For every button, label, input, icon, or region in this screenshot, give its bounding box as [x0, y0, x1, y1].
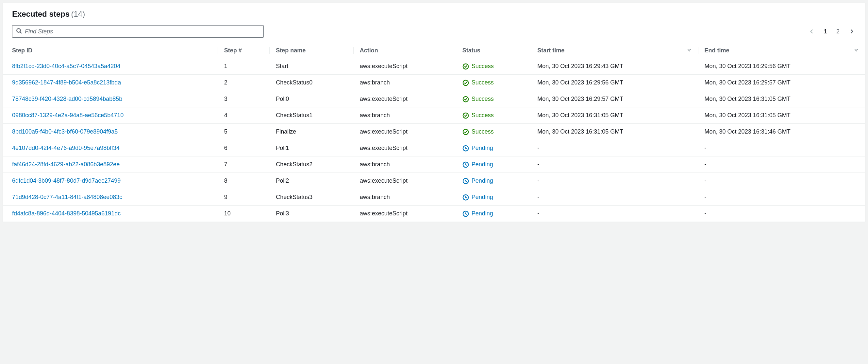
success-icon	[462, 63, 469, 70]
step-id-link[interactable]: 71d9d428-0c77-4a11-84f1-a84808ee083c	[12, 194, 122, 200]
status-text: Pending	[472, 194, 493, 201]
step-name: CheckStatus3	[269, 189, 353, 205]
status-badge: Pending	[462, 145, 524, 151]
start-time: Mon, 30 Oct 2023 16:29:57 GMT	[531, 91, 698, 107]
success-icon	[462, 80, 469, 86]
pending-icon	[462, 194, 469, 201]
step-name: CheckStatus1	[269, 107, 353, 124]
start-time: -	[531, 189, 698, 205]
end-time: Mon, 30 Oct 2023 16:29:57 GMT	[698, 75, 865, 91]
step-name: Start	[269, 58, 353, 75]
step-action: aws:branch	[353, 189, 456, 205]
step-id-link[interactable]: 6dfc1d04-3b09-48f7-80d7-d9d7aec27499	[12, 177, 121, 184]
col-start-time[interactable]: Start time	[531, 43, 698, 58]
step-action: aws:executeScript	[353, 91, 456, 107]
step-name: Poll0	[269, 91, 353, 107]
status-badge: Pending	[462, 177, 524, 184]
end-time: -	[698, 173, 865, 189]
status-text: Pending	[472, 145, 493, 151]
panel-title: Executed steps	[12, 9, 70, 18]
pagination: 1 2	[808, 27, 856, 36]
start-time: Mon, 30 Oct 2023 16:31:05 GMT	[531, 107, 698, 124]
step-action: aws:branch	[353, 157, 456, 173]
step-name: CheckStatus2	[269, 157, 353, 173]
table-row: 78748c39-f420-4328-ad00-cd5894bab85b 3 P…	[3, 91, 865, 107]
step-name: Poll2	[269, 173, 353, 189]
step-action: aws:branch	[353, 75, 456, 91]
end-time: -	[698, 157, 865, 173]
search-input[interactable]	[12, 25, 264, 38]
end-time: Mon, 30 Oct 2023 16:29:56 GMT	[698, 58, 865, 75]
step-id-link[interactable]: 8fb2f1cd-23d0-40c4-a5c7-04543a5a4204	[12, 63, 120, 69]
start-time: Mon, 30 Oct 2023 16:31:05 GMT	[531, 124, 698, 140]
step-num: 5	[218, 124, 270, 140]
col-status[interactable]: Status	[456, 43, 531, 58]
chevron-left-icon	[809, 28, 815, 34]
sort-icon	[854, 47, 859, 54]
step-num: 2	[218, 75, 270, 91]
pending-icon	[462, 178, 469, 184]
step-num: 10	[218, 205, 270, 222]
status-badge: Success	[462, 79, 524, 86]
panel-header: Executed steps (14)	[3, 3, 865, 23]
table-row: 6dfc1d04-3b09-48f7-80d7-d9d7aec27499 8 P…	[3, 173, 865, 189]
status-text: Success	[472, 128, 494, 135]
page-number-1[interactable]: 1	[823, 28, 829, 36]
svg-marker-3	[855, 49, 858, 51]
status-badge: Pending	[462, 161, 524, 168]
step-id-link[interactable]: 8bd100a5-f4b0-4fc3-bf60-079e8904f9a5	[12, 128, 118, 135]
step-id-link[interactable]: 78748c39-f420-4328-ad00-cd5894bab85b	[12, 95, 122, 102]
status-text: Pending	[472, 161, 493, 168]
sort-icon	[687, 47, 691, 54]
step-id-link[interactable]: 0980cc87-1329-4e2a-94a8-ae56ce5b4710	[12, 112, 124, 118]
status-text: Success	[472, 95, 494, 103]
status-text: Success	[472, 79, 494, 86]
status-badge: Success	[462, 112, 524, 119]
col-step-name[interactable]: Step name	[269, 43, 353, 58]
chevron-right-icon	[849, 28, 855, 34]
svg-marker-2	[688, 49, 690, 51]
status-badge: Success	[462, 95, 524, 103]
executed-steps-panel: Executed steps (14) 1 2	[3, 3, 865, 222]
end-time: Mon, 30 Oct 2023 16:31:05 GMT	[698, 91, 865, 107]
table-row: 71d9d428-0c77-4a11-84f1-a84808ee083c 9 C…	[3, 189, 865, 205]
start-time: Mon, 30 Oct 2023 16:29:43 GMT	[531, 58, 698, 75]
end-time: -	[698, 189, 865, 205]
col-step-id[interactable]: Step ID	[3, 43, 218, 58]
table-row: 8fb2f1cd-23d0-40c4-a5c7-04543a5a4204 1 S…	[3, 58, 865, 75]
step-id-link[interactable]: 4e107dd0-42f4-4e76-a9d0-95e7a98bff34	[12, 145, 120, 151]
start-time: -	[531, 173, 698, 189]
col-end-time[interactable]: End time	[698, 43, 865, 58]
table-row: 8bd100a5-f4b0-4fc3-bf60-079e8904f9a5 5 F…	[3, 124, 865, 140]
end-time: -	[698, 205, 865, 222]
search-wrapper	[12, 25, 264, 38]
end-time: Mon, 30 Oct 2023 16:31:46 GMT	[698, 124, 865, 140]
page-number-2[interactable]: 2	[835, 28, 841, 36]
step-id-link[interactable]: faf46d24-28fd-4629-ab22-a086b3e892ee	[12, 161, 120, 168]
table-row: 9d356962-1847-4f89-b504-e5a8c213fbda 2 C…	[3, 75, 865, 91]
step-id-link[interactable]: 9d356962-1847-4f89-b504-e5a8c213fbda	[12, 79, 121, 86]
step-num: 1	[218, 58, 270, 75]
start-time: -	[531, 140, 698, 157]
status-badge: Pending	[462, 210, 524, 217]
step-name: CheckStatus0	[269, 75, 353, 91]
step-action: aws:executeScript	[353, 124, 456, 140]
steps-table: Step ID Step # Step name Action Status S…	[3, 43, 865, 222]
step-action: aws:executeScript	[353, 140, 456, 157]
step-num: 8	[218, 173, 270, 189]
step-action: aws:branch	[353, 107, 456, 124]
step-name: Finalize	[269, 124, 353, 140]
end-time: -	[698, 140, 865, 157]
step-num: 9	[218, 189, 270, 205]
step-action: aws:executeScript	[353, 58, 456, 75]
col-action[interactable]: Action	[353, 43, 456, 58]
step-id-link[interactable]: fd4afc8a-896d-4404-8398-50495a6191dc	[12, 210, 121, 217]
table-row: fd4afc8a-896d-4404-8398-50495a6191dc 10 …	[3, 205, 865, 222]
col-step-num[interactable]: Step #	[218, 43, 270, 58]
toolbar: 1 2	[3, 23, 865, 43]
next-page-button[interactable]	[847, 27, 856, 36]
prev-page-button[interactable]	[808, 27, 816, 36]
success-icon	[462, 96, 469, 103]
step-name: Poll1	[269, 140, 353, 157]
step-num: 6	[218, 140, 270, 157]
